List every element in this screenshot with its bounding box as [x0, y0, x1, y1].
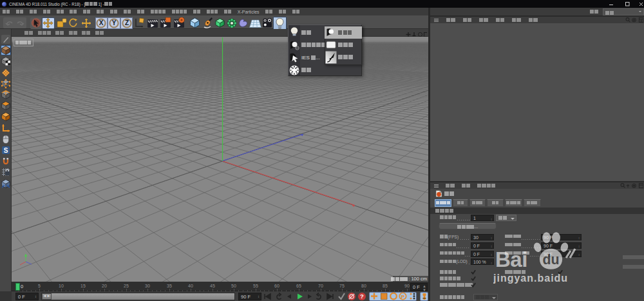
svg-text:?: ? [360, 293, 364, 300]
svg-text:Z: Z [124, 19, 128, 26]
svg-text:S: S [4, 147, 8, 154]
svg-text:Y: Y [112, 19, 117, 26]
svg-text:P: P [401, 294, 405, 300]
svg-text:du: du [543, 252, 560, 267]
svg-text:X: X [99, 19, 104, 26]
